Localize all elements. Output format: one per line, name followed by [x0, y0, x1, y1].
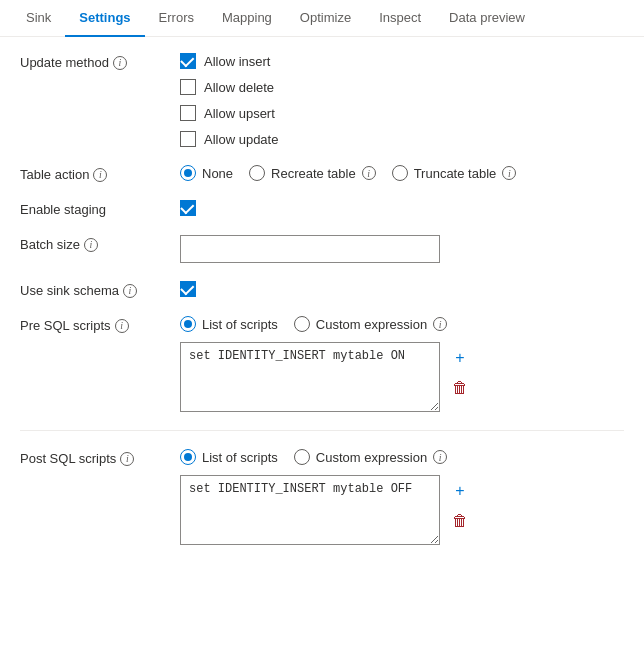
table-action-radio-group: None Recreate table i Truncate table i [180, 165, 624, 181]
batch-size-input[interactable] [180, 235, 440, 263]
enable-staging-control [180, 200, 624, 216]
post-sql-scripts-row: Post SQL scripts i List of scripts Custo… [20, 449, 624, 545]
pre-custom-expression-radio[interactable] [294, 316, 310, 332]
post-sql-add-button[interactable]: + [448, 479, 472, 503]
allow-upsert-checkbox[interactable] [180, 105, 196, 121]
pre-sql-radio-group: List of scripts Custom expression i [180, 316, 624, 332]
table-action-info-icon[interactable]: i [93, 168, 107, 182]
use-sink-schema-control [180, 281, 624, 297]
post-custom-expression-option[interactable]: Custom expression i [294, 449, 447, 465]
table-action-recreate[interactable]: Recreate table i [249, 165, 376, 181]
use-sink-schema-info-icon[interactable]: i [123, 284, 137, 298]
pre-sql-scripts-label: Pre SQL scripts i [20, 316, 180, 333]
batch-size-row: Batch size i [20, 235, 624, 263]
divider [20, 430, 624, 431]
post-sql-textarea[interactable] [180, 475, 440, 545]
pre-sql-textarea-wrapper: + 🗑 [180, 342, 624, 412]
pre-custom-expression-label: Custom expression [316, 317, 427, 332]
table-action-none-label: None [202, 166, 233, 181]
batch-size-label: Batch size i [20, 235, 180, 252]
batch-size-info-icon[interactable]: i [84, 238, 98, 252]
table-action-none-radio[interactable] [180, 165, 196, 181]
pre-list-scripts-radio[interactable] [180, 316, 196, 332]
table-action-none[interactable]: None [180, 165, 233, 181]
settings-content: Update method i Allow insert Allow delet… [0, 37, 644, 579]
tab-optimize[interactable]: Optimize [286, 0, 365, 37]
pre-custom-expression-option[interactable]: Custom expression i [294, 316, 447, 332]
allow-update-checkbox[interactable] [180, 131, 196, 147]
update-method-info-icon[interactable]: i [113, 56, 127, 70]
allow-update-label: Allow update [204, 132, 278, 147]
pre-list-scripts-option[interactable]: List of scripts [180, 316, 278, 332]
allow-delete-item: Allow delete [180, 79, 624, 95]
table-action-row: Table action i None Recreate table i Tru… [20, 165, 624, 182]
enable-staging-label: Enable staging [20, 200, 180, 217]
table-action-truncate[interactable]: Truncate table i [392, 165, 517, 181]
table-action-recreate-label: Recreate table [271, 166, 356, 181]
enable-staging-row: Enable staging [20, 200, 624, 217]
tab-bar: Sink Settings Errors Mapping Optimize In… [0, 0, 644, 37]
post-sql-radio-group: List of scripts Custom expression i [180, 449, 624, 465]
pre-sql-add-button[interactable]: + [448, 346, 472, 370]
post-sql-delete-button[interactable]: 🗑 [448, 509, 472, 533]
tab-sink[interactable]: Sink [12, 0, 65, 37]
use-sink-schema-row: Use sink schema i [20, 281, 624, 298]
enable-staging-checkbox[interactable] [180, 200, 196, 216]
pre-sql-scripts-control: List of scripts Custom expression i + 🗑 [180, 316, 624, 412]
table-action-truncate-info-icon[interactable]: i [502, 166, 516, 180]
post-sql-actions: + 🗑 [448, 475, 472, 533]
allow-delete-checkbox[interactable] [180, 79, 196, 95]
pre-custom-expression-info-icon[interactable]: i [433, 317, 447, 331]
table-action-label: Table action i [20, 165, 180, 182]
allow-delete-label: Allow delete [204, 80, 274, 95]
post-custom-expression-radio[interactable] [294, 449, 310, 465]
update-method-options: Allow insert Allow delete Allow upsert A… [180, 53, 624, 147]
table-action-truncate-label: Truncate table [414, 166, 497, 181]
pre-sql-actions: + 🗑 [448, 342, 472, 400]
post-custom-expression-info-icon[interactable]: i [433, 450, 447, 464]
tab-settings[interactable]: Settings [65, 0, 144, 37]
pre-list-scripts-label: List of scripts [202, 317, 278, 332]
use-sink-schema-checkbox[interactable] [180, 281, 196, 297]
table-action-truncate-radio[interactable] [392, 165, 408, 181]
batch-size-control [180, 235, 624, 263]
pre-sql-delete-button[interactable]: 🗑 [448, 376, 472, 400]
post-list-scripts-label: List of scripts [202, 450, 278, 465]
post-list-scripts-option[interactable]: List of scripts [180, 449, 278, 465]
post-custom-expression-label: Custom expression [316, 450, 427, 465]
pre-sql-textarea[interactable] [180, 342, 440, 412]
allow-upsert-label: Allow upsert [204, 106, 275, 121]
pre-sql-scripts-row: Pre SQL scripts i List of scripts Custom… [20, 316, 624, 412]
table-action-recreate-radio[interactable] [249, 165, 265, 181]
allow-upsert-item: Allow upsert [180, 105, 624, 121]
post-sql-scripts-control: List of scripts Custom expression i + 🗑 [180, 449, 624, 545]
allow-insert-label: Allow insert [204, 54, 270, 69]
post-list-scripts-radio[interactable] [180, 449, 196, 465]
tab-data-preview[interactable]: Data preview [435, 0, 539, 37]
post-sql-scripts-label: Post SQL scripts i [20, 449, 180, 466]
tab-inspect[interactable]: Inspect [365, 0, 435, 37]
update-method-label: Update method i [20, 53, 180, 70]
table-action-options: None Recreate table i Truncate table i [180, 165, 624, 181]
pre-sql-scripts-info-icon[interactable]: i [115, 319, 129, 333]
allow-update-item: Allow update [180, 131, 624, 147]
use-sink-schema-label: Use sink schema i [20, 281, 180, 298]
table-action-recreate-info-icon[interactable]: i [362, 166, 376, 180]
post-sql-textarea-wrapper: + 🗑 [180, 475, 624, 545]
tab-mapping[interactable]: Mapping [208, 0, 286, 37]
post-sql-scripts-info-icon[interactable]: i [120, 452, 134, 466]
update-method-row: Update method i Allow insert Allow delet… [20, 53, 624, 147]
allow-insert-checkbox[interactable] [180, 53, 196, 69]
allow-insert-item: Allow insert [180, 53, 624, 69]
tab-errors[interactable]: Errors [145, 0, 208, 37]
